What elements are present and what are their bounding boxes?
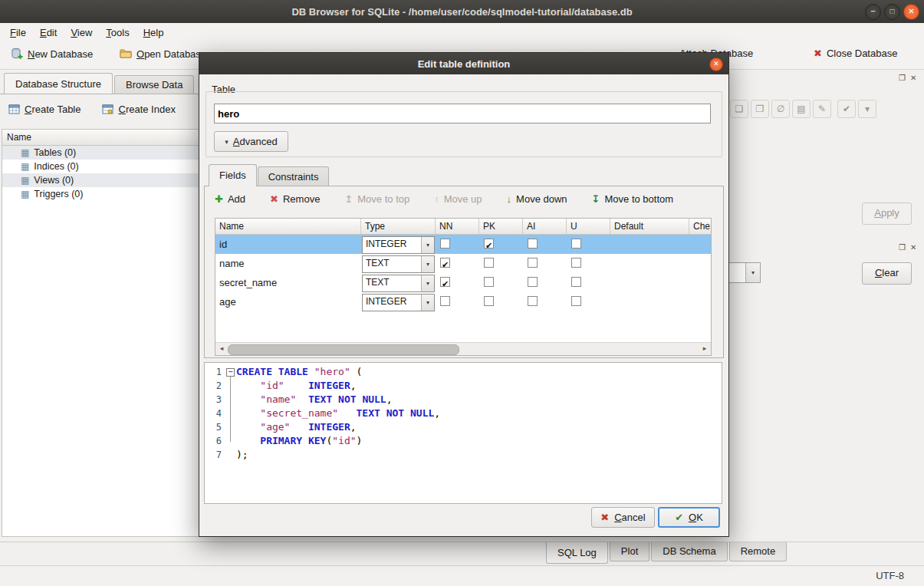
- menu-help[interactable]: Help: [136, 25, 171, 40]
- sql-preview: 1CREATE TABLE "hero" (2 "id" INTEGER,3 "…: [204, 362, 722, 504]
- dialog-close-button[interactable]: ✕: [709, 58, 723, 71]
- window-titlebar[interactable]: DB Browser for SQLite - /home/user/code/…: [0, 0, 924, 23]
- field-row-name[interactable]: nameTEXT▾: [215, 254, 711, 273]
- add-field-icon: ✚: [215, 193, 223, 205]
- advanced-toggle-button[interactable]: ▾ Advanced: [214, 131, 288, 152]
- options-icon[interactable]: ▾: [858, 100, 876, 118]
- open-database-button[interactable]: Open Database: [115, 45, 211, 62]
- dialog-title: Edit table definition: [418, 58, 511, 70]
- close-dock-icon[interactable]: ✕: [910, 243, 916, 252]
- pk-checkbox[interactable]: [484, 258, 494, 268]
- scroll-left-icon[interactable]: ◂: [215, 343, 228, 355]
- import-icon[interactable]: ❏: [730, 100, 748, 118]
- cancel-button[interactable]: ✖ Cancel: [591, 507, 655, 528]
- cell-toolbar: ❏❐∅▤✎: [730, 100, 831, 118]
- export-icon[interactable]: ❐: [751, 100, 769, 118]
- column-header-nn[interactable]: NN: [436, 219, 479, 234]
- move-up-icon: ↑: [434, 193, 439, 205]
- main-tab-bar: Database StructureBrowse Data: [4, 74, 196, 94]
- dialog-titlebar[interactable]: Edit table definition ✕: [199, 53, 728, 74]
- print-icon[interactable]: ▤: [792, 100, 811, 118]
- column-header-name[interactable]: Name: [215, 219, 361, 234]
- menu-tools[interactable]: Tools: [99, 25, 136, 40]
- tab-fields[interactable]: Fields: [209, 164, 257, 186]
- tab-sql-log[interactable]: SQL Log: [546, 542, 608, 564]
- apply-cell-icon[interactable]: ✔: [837, 100, 856, 118]
- close-database-button[interactable]: ✖ Close Database: [809, 45, 902, 61]
- encoding-indicator[interactable]: UTF-8: [876, 570, 904, 581]
- move-down-button[interactable]: ↓Move down: [503, 191, 571, 207]
- field-row-secret-name[interactable]: secret_nameTEXT▾: [215, 273, 711, 292]
- ai-checkbox[interactable]: [528, 296, 538, 306]
- edit-icon[interactable]: ✎: [813, 100, 831, 118]
- ok-button[interactable]: ✔ OK: [658, 507, 720, 528]
- new-database-button[interactable]: New Database: [6, 45, 97, 62]
- tree-item-tables-0[interactable]: ▦Tables (0): [2, 146, 199, 160]
- tree-header-name[interactable]: Name: [2, 130, 199, 146]
- tree-item-indices-0[interactable]: ▦Indices (0): [2, 160, 199, 173]
- move-to-top-button: ↥Move to top: [340, 191, 413, 207]
- u-checkbox[interactable]: [571, 296, 581, 306]
- scrollbar-thumb[interactable]: [228, 344, 459, 355]
- type-combo[interactable]: INTEGER▾: [362, 236, 435, 254]
- pk-checkbox[interactable]: [484, 277, 494, 287]
- clear-button[interactable]: Clear: [862, 262, 912, 285]
- tab-plot[interactable]: Plot: [610, 542, 649, 561]
- nn-checkbox[interactable]: [440, 277, 450, 287]
- u-checkbox[interactable]: [571, 277, 581, 287]
- apply-button[interactable]: Apply: [862, 202, 912, 225]
- tree-item-triggers-0[interactable]: ▦Triggers (0): [2, 187, 199, 201]
- menu-file[interactable]: File: [3, 25, 33, 40]
- line-number: 4: [205, 407, 225, 420]
- column-header-default[interactable]: Default: [610, 219, 689, 234]
- nn-checkbox[interactable]: [440, 258, 450, 268]
- tab-db-schema[interactable]: DB Schema: [651, 542, 727, 561]
- ai-checkbox[interactable]: [528, 258, 538, 268]
- u-checkbox[interactable]: [571, 239, 581, 249]
- type-combo[interactable]: TEXT▾: [362, 255, 435, 273]
- ai-checkbox[interactable]: [528, 239, 538, 249]
- pk-checkbox[interactable]: [484, 296, 494, 306]
- column-header-ai[interactable]: AI: [523, 219, 567, 234]
- float-dock-icon[interactable]: ❐: [899, 74, 906, 83]
- field-row-age[interactable]: ageINTEGER▾: [215, 292, 711, 311]
- close-window-button[interactable]: ✕: [903, 4, 919, 20]
- menu-view[interactable]: View: [64, 25, 99, 40]
- column-header-pk[interactable]: PK: [479, 219, 523, 234]
- nn-checkbox[interactable]: [440, 296, 450, 306]
- tree-item-views-0[interactable]: ▦Views (0): [2, 173, 199, 187]
- ai-checkbox[interactable]: [528, 277, 538, 287]
- dock2-corner: ❐✕: [899, 243, 916, 252]
- grid-body: idINTEGER▾nameTEXT▾secret_nameTEXT▾ageIN…: [215, 235, 711, 311]
- table-name-input[interactable]: [214, 104, 711, 123]
- create-table-button[interactable]: Create Table: [5, 101, 84, 117]
- remove-button[interactable]: ✖Remove: [266, 191, 324, 207]
- move-down-icon: ↓: [507, 193, 512, 205]
- float-dock-icon[interactable]: ❐: [899, 243, 906, 252]
- column-header-type[interactable]: Type: [361, 219, 436, 234]
- type-combo[interactable]: TEXT▾: [362, 275, 435, 292]
- set-null-icon[interactable]: ∅: [771, 100, 790, 118]
- move-to-bottom-button[interactable]: ↧Move to bottom: [588, 191, 678, 207]
- column-header-u[interactable]: U: [567, 219, 610, 234]
- field-row-id[interactable]: idINTEGER▾: [215, 235, 711, 254]
- create-index-button[interactable]: Create Index: [98, 101, 179, 117]
- menu-edit[interactable]: Edit: [33, 25, 64, 40]
- horizontal-scrollbar[interactable]: ◂ ▸: [215, 342, 711, 355]
- u-checkbox[interactable]: [571, 258, 581, 268]
- cancel-icon: ✖: [600, 512, 609, 523]
- minimize-button[interactable]: ‒: [865, 4, 881, 20]
- column-header-che[interactable]: Che: [689, 219, 712, 234]
- ok-icon: ✔: [675, 512, 683, 523]
- type-combo[interactable]: INTEGER▾: [362, 294, 435, 311]
- scroll-right-icon[interactable]: ▸: [699, 343, 711, 354]
- nn-checkbox[interactable]: [440, 239, 450, 249]
- tab-remote[interactable]: Remote: [729, 542, 788, 561]
- pk-checkbox[interactable]: [484, 239, 494, 249]
- tab-constraints[interactable]: Constraints: [258, 166, 330, 186]
- close-dock-icon[interactable]: ✕: [910, 74, 916, 83]
- tab-browse-data[interactable]: Browse Data: [114, 75, 194, 94]
- tab-database-structure[interactable]: Database Structure: [4, 73, 113, 94]
- add-button[interactable]: ✚Add: [211, 191, 249, 207]
- maximize-button[interactable]: □: [884, 4, 900, 20]
